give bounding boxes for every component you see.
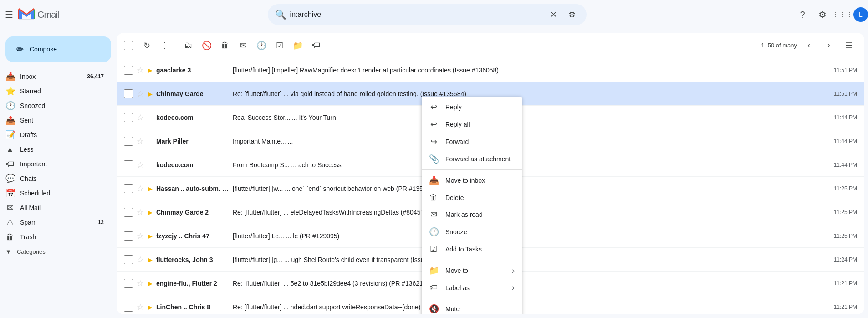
star-icon[interactable]: ☆ <box>137 302 144 312</box>
sidebar-item-label: Sent <box>20 117 104 124</box>
menu-item-mark-read[interactable]: ✉ Mark as read <box>422 206 522 223</box>
categories-icon: ▼ <box>5 248 11 255</box>
row-checkbox[interactable] <box>124 303 133 312</box>
less-icon: ▲ <box>5 145 15 154</box>
row-checkbox[interactable] <box>124 137 133 146</box>
forward-icon: ↪ <box>429 137 438 147</box>
sidebar-item-inbox[interactable]: 📥 Inbox 36,417 <box>0 69 109 84</box>
menu-item-label: Reply all <box>445 121 470 128</box>
menu-item-delete[interactable]: 🗑 Delete <box>422 189 522 206</box>
search-advanced-button[interactable]: ⚙ <box>565 7 579 22</box>
toolbar-actions: 🗂 🚫 🗑 ✉ 🕐 ☑ 📁 🏷 <box>180 37 324 54</box>
menu-item-forward[interactable]: ↪ Forward <box>422 133 522 150</box>
mark-read-icon: ✉ <box>429 210 438 220</box>
account-avatar-button[interactable]: L <box>853 7 868 22</box>
sidebar-item-less[interactable]: ▲ Less <box>0 142 109 157</box>
delete-button[interactable]: 🗑 <box>217 37 233 54</box>
menu-item-add-tasks[interactable]: ☑ Add to Tasks <box>422 241 522 258</box>
star-icon[interactable]: ☆ <box>137 113 144 123</box>
star-icon[interactable]: ☆ <box>137 89 144 99</box>
menu-item-reply[interactable]: ↩ Reply <box>422 98 522 116</box>
row-checkbox[interactable] <box>124 184 133 193</box>
menu-item-forward-attachment[interactable]: 📎 Forward as attachment <box>422 150 522 168</box>
star-icon[interactable]: ☆ <box>137 278 144 288</box>
menu-item-label: Mute <box>445 305 460 313</box>
star-icon[interactable]: ☆ <box>137 231 144 241</box>
row-checkbox[interactable] <box>124 89 133 98</box>
sidebar-item-snoozed[interactable]: 🕐 Snoozed <box>0 98 109 113</box>
email-sender: Chinmay Garde 2 <box>156 209 229 216</box>
snooze-button[interactable]: 🕐 <box>253 37 270 54</box>
row-checkbox[interactable] <box>124 279 133 288</box>
sidebar-item-sent[interactable]: 📤 Sent <box>0 113 109 128</box>
sidebar-item-label: Scheduled <box>20 190 104 197</box>
older-button[interactable]: › <box>821 37 837 54</box>
sidebar-item-scheduled[interactable]: 📅 Scheduled <box>0 186 109 200</box>
report-spam-button[interactable]: 🚫 <box>199 37 215 54</box>
menu-item-move-to[interactable]: 📁 Move to › <box>422 262 522 279</box>
menu-item-reply-all[interactable]: ↩ Reply all <box>422 116 522 133</box>
email-subject: From Bootcamp S... ... ach to Success <box>233 161 830 169</box>
labels-button[interactable]: 🏷 <box>308 37 324 54</box>
compose-button[interactable]: ✏ Compose <box>5 36 111 62</box>
search-input[interactable] <box>290 10 543 19</box>
email-sender: Chinmay Garde <box>156 90 229 97</box>
sidebar-item-trash[interactable]: 🗑 Trash <box>0 230 109 244</box>
move-to-button[interactable]: 📁 <box>290 37 306 54</box>
mark-unread-button[interactable]: ✉ <box>235 37 251 54</box>
sidebar-item-all-mail[interactable]: ✉ All Mail <box>0 200 109 215</box>
select-all-checkbox[interactable] <box>124 41 133 50</box>
all-mail-icon: ✉ <box>5 203 15 213</box>
gmail-text: Gmail <box>37 10 59 20</box>
menu-item-label-as[interactable]: 🏷 Label as › <box>422 279 522 296</box>
row-checkbox[interactable] <box>124 231 133 241</box>
label-as-icon: 🏷 <box>429 283 438 292</box>
row-checkbox[interactable] <box>124 160 133 169</box>
row-checkbox[interactable] <box>124 255 133 264</box>
menu-item-move-inbox[interactable]: 📥 Move to inbox <box>422 172 522 189</box>
add-tasks-button[interactable]: ☑ <box>271 37 288 54</box>
star-icon[interactable]: ☆ <box>137 184 144 194</box>
hamburger-button[interactable]: ☰ <box>0 5 18 24</box>
submenu-arrow-icon: › <box>512 266 515 276</box>
star-icon[interactable]: ☆ <box>137 255 144 265</box>
archive-button[interactable]: 🗂 <box>180 37 197 54</box>
star-icon[interactable]: ☆ <box>137 136 144 146</box>
sidebar-item-label: Less <box>20 146 104 153</box>
menu-item-snooze[interactable]: 🕐 Snooze <box>422 223 522 241</box>
email-time: 11:24 PM <box>834 256 857 263</box>
sidebar-item-drafts[interactable]: 📝 Drafts <box>0 128 109 142</box>
more-options-button[interactable]: ⋮ <box>157 37 173 54</box>
star-icon[interactable]: ☆ <box>137 160 144 170</box>
row-checkbox[interactable] <box>124 113 133 122</box>
settings-button[interactable]: ⚙ <box>813 5 832 24</box>
star-icon[interactable]: ☆ <box>137 65 144 75</box>
email-time: 11:51 PM <box>834 91 857 97</box>
sidebar-item-spam[interactable]: ⚠ Spam 12 <box>0 215 109 230</box>
sidebar-item-chats[interactable]: 💬 Chats <box>0 171 109 186</box>
table-row[interactable]: ☆ ▶ gaaclarke 3 [flutter/flutter] [Impel… <box>117 58 864 82</box>
search-clear-button[interactable]: ✕ <box>546 7 561 22</box>
refresh-button[interactable]: ↻ <box>138 37 155 54</box>
list-view-button[interactable]: ☰ <box>841 37 857 54</box>
menu-item-mute[interactable]: 🔇 Mute <box>422 300 522 314</box>
email-sender: gaaclarke 3 <box>156 67 229 74</box>
delete-icon: 🗑 <box>429 193 438 202</box>
sidebar-item-starred[interactable]: ⭐ Starred <box>0 84 109 98</box>
support-button[interactable]: ? <box>793 5 812 24</box>
email-subject: Re: [flutter/flutter] ... via gold inste… <box>233 90 830 97</box>
important-icon: 🏷 <box>5 159 15 169</box>
sidebar-item-categories[interactable]: ▼ Categories <box>0 244 117 259</box>
row-checkbox[interactable] <box>124 66 133 75</box>
email-subject: [flutter/flutter] [Impeller] RawMagnifie… <box>233 67 830 74</box>
google-apps-button[interactable]: ⋮⋮⋮ <box>833 5 852 24</box>
email-subject: Important Mainte... ... <box>233 138 830 145</box>
star-icon[interactable]: ☆ <box>137 207 144 217</box>
sidebar-item-important[interactable]: 🏷 Important <box>0 157 109 171</box>
important-marker: ▶ <box>148 256 153 263</box>
spam-icon: ⚠ <box>5 217 15 227</box>
newer-button[interactable]: ‹ <box>801 37 817 54</box>
search-bar: 🔍 ✕ ⚙ <box>268 4 587 25</box>
search-icon: 🔍 <box>275 9 286 20</box>
row-checkbox[interactable] <box>124 208 133 217</box>
